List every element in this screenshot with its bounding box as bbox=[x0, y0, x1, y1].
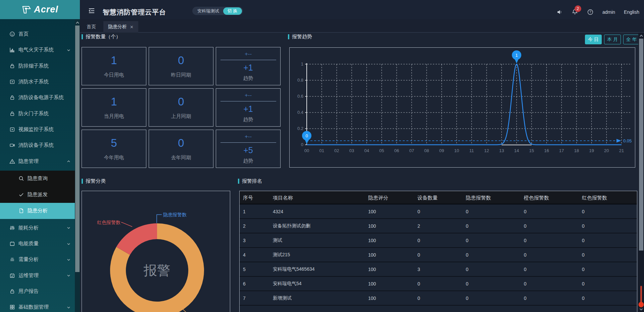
table-cell: 安科瑞电气5465634 bbox=[273, 262, 367, 276]
alarm-trend-line-chart: 00.20.40.60.8100010203040506070809101112… bbox=[290, 48, 635, 167]
search-icon bbox=[18, 176, 24, 181]
sidebar-subitem[interactable]: 隐患分析 bbox=[0, 203, 75, 219]
svg-text:09: 09 bbox=[439, 148, 444, 153]
table-body: 1432410000002设备拓扑测试勿删10020003测试10000004测… bbox=[240, 205, 637, 312]
table-cell: 0 bbox=[417, 233, 464, 247]
help-icon[interactable]: ? bbox=[587, 9, 594, 15]
sidebar-item-label: 视频监控子系统 bbox=[18, 126, 54, 133]
alarm-classify-donut-chart: 隐患报警数红色报警数报警 bbox=[82, 191, 230, 312]
alarm-count-card: +--+5趋势 bbox=[216, 130, 281, 168]
sidebar-item[interactable]: 能耗分析 bbox=[0, 220, 75, 236]
sidebar-item[interactable]: 隐患管理 bbox=[0, 153, 75, 169]
sidebar-item[interactable]: 消防设备子系统 bbox=[0, 137, 75, 153]
switch-tenant-button[interactable]: 切 换 bbox=[223, 7, 242, 15]
page-scrollbar[interactable] bbox=[638, 33, 644, 312]
svg-text:00: 00 bbox=[304, 148, 309, 153]
card-value: 0 bbox=[178, 137, 184, 149]
card-label: 去年同期 bbox=[171, 154, 191, 161]
page-scroll-up-icon[interactable] bbox=[639, 33, 644, 38]
table-cell: 0 bbox=[417, 248, 464, 262]
sidebar-item[interactable]: 运维管理 bbox=[0, 268, 75, 283]
scroll-bottom-pin-icon[interactable] bbox=[638, 285, 644, 312]
table-cell: 100 bbox=[368, 219, 416, 233]
content: 报警数量（个） 1今日用电0昨日同期+--+1趋势1当月用电0上月同期+--+1… bbox=[80, 33, 644, 312]
sidebar-scroll-up-icon[interactable] bbox=[75, 20, 80, 25]
sidebar-item[interactable]: 用户报告 bbox=[0, 283, 75, 299]
sidebar-item[interactable]: 电气火灾子系统 bbox=[0, 42, 75, 58]
table-cell: 0 bbox=[524, 291, 581, 305]
check-icon bbox=[18, 192, 24, 197]
sidebar-item-label: 运维管理 bbox=[18, 272, 39, 279]
sidebar-subitem[interactable]: 隐患查询 bbox=[0, 171, 75, 187]
speaker-icon[interactable] bbox=[556, 9, 563, 15]
sidebar-item[interactable]: 防排烟子系统 bbox=[0, 58, 75, 74]
sidebar-subitem[interactable]: 隐患派发 bbox=[0, 187, 75, 203]
collapse-menu-icon[interactable] bbox=[88, 7, 96, 15]
table-cell: 0 bbox=[466, 262, 523, 276]
alarm-count-card: 0昨日同期 bbox=[149, 47, 213, 85]
card-label: 趋势 bbox=[243, 117, 253, 123]
language-switch[interactable]: English bbox=[624, 9, 639, 15]
header: 智慧消防管理云平台 安科瑞测试 切 换 2 ? admin English bbox=[80, 0, 644, 19]
table-cell: 100 bbox=[368, 291, 416, 305]
table-cell: 0 bbox=[466, 291, 523, 305]
sidebar-scrollbar-thumb[interactable] bbox=[75, 26, 80, 272]
table-cell: 4 bbox=[243, 248, 271, 262]
table-cell: 1 bbox=[243, 205, 271, 218]
card-label: 上月同期 bbox=[171, 113, 191, 120]
table-row[interactable]: 4测试2151000000 bbox=[240, 248, 637, 262]
svg-text:12: 12 bbox=[484, 148, 489, 153]
sidebar-item[interactable]: 防火门子系统 bbox=[0, 105, 75, 121]
notification-bell-icon[interactable]: 2 bbox=[572, 9, 578, 15]
table-cell: 0 bbox=[582, 248, 636, 262]
tab-inactive[interactable]: 首页 bbox=[82, 21, 101, 33]
sidebar-item[interactable]: 电能质量 bbox=[0, 236, 75, 252]
user-menu[interactable]: admin bbox=[602, 9, 615, 15]
table-cell: 100 bbox=[368, 233, 416, 247]
table-row[interactable]: 143241000000 bbox=[240, 205, 637, 219]
svg-text:15: 15 bbox=[529, 148, 534, 153]
table-cell: 100 bbox=[368, 277, 416, 291]
table-cell: 2 bbox=[243, 219, 271, 233]
table-cell: 5 bbox=[243, 262, 271, 276]
trend-chart-panel: 00.20.40.60.8100010203040506070809101112… bbox=[289, 47, 635, 168]
range-button[interactable]: 本 月 bbox=[604, 35, 621, 44]
table-cell: 0 bbox=[524, 262, 581, 276]
table-row[interactable]: 5安科瑞电气54656341003000 bbox=[240, 262, 637, 277]
table-column-header: 橙色报警数 bbox=[524, 191, 581, 205]
chevron-down-icon bbox=[67, 258, 70, 261]
svg-text:0.05: 0.05 bbox=[623, 138, 632, 143]
sidebar-item[interactable]: 视频监控子系统 bbox=[0, 122, 75, 137]
page-scrollbar-thumb[interactable] bbox=[639, 39, 643, 251]
sidebar-item[interactable]: 基础数据管理 bbox=[0, 299, 75, 312]
warning-icon bbox=[9, 159, 15, 164]
card-trend-numerator: +-- bbox=[220, 51, 276, 60]
tab-close-icon[interactable]: ✕ bbox=[130, 25, 134, 30]
table-row[interactable]: 7新增测试1000000 bbox=[240, 291, 637, 306]
section-title-alarm-rank: 报警排名 bbox=[238, 178, 262, 184]
tab-active[interactable]: 隐患分析✕ bbox=[103, 21, 138, 33]
sidebar-item[interactable]: 消防设备电源子系统 bbox=[0, 90, 75, 105]
table-row[interactable]: 2设备拓扑测试勿删1002000 bbox=[240, 219, 637, 233]
range-button[interactable]: 全 年 bbox=[623, 35, 640, 44]
table-cell: 0 bbox=[466, 205, 523, 218]
sidebar-item-label: 用户报告 bbox=[18, 288, 39, 295]
sidebar-item[interactable]: 首页 bbox=[0, 26, 75, 42]
tab-label: 隐患分析 bbox=[108, 24, 127, 30]
table-cell: 测试215 bbox=[273, 248, 367, 262]
svg-text:红色报警数: 红色报警数 bbox=[97, 220, 120, 225]
sidebar-item[interactable]: 消防水子系统 bbox=[0, 74, 75, 90]
table-row[interactable]: 6安科瑞电气541000000 bbox=[240, 277, 637, 291]
card-label: 当月用电 bbox=[104, 113, 124, 120]
range-button[interactable]: 今 日 bbox=[585, 35, 602, 44]
chevron-up-icon bbox=[67, 160, 70, 163]
svg-text:20: 20 bbox=[604, 148, 609, 153]
table-cell: 7 bbox=[243, 291, 271, 305]
card-value: 1 bbox=[111, 54, 117, 67]
card-trend-numerator: +-- bbox=[220, 92, 276, 101]
svg-text:0: 0 bbox=[305, 133, 308, 138]
table-row[interactable]: 3测试1000000 bbox=[240, 233, 637, 248]
sidebar-scrollbar[interactable] bbox=[75, 19, 80, 312]
sidebar-item[interactable]: 需量分析 bbox=[0, 252, 75, 267]
svg-text:06: 06 bbox=[394, 148, 399, 153]
